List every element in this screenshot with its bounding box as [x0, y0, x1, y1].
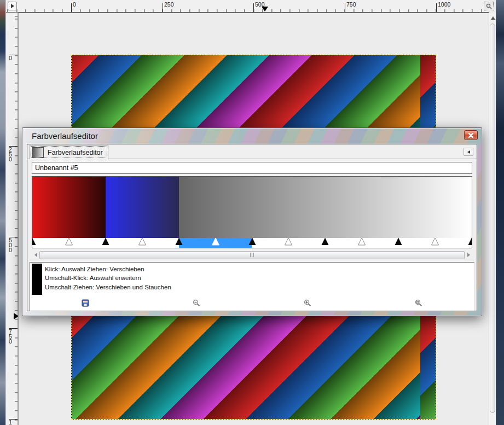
- save-button[interactable]: [80, 298, 91, 308]
- up-arrow-icon: [491, 16, 495, 20]
- zoom-out-icon: [193, 299, 200, 307]
- vertical-scrollbar-thumb[interactable]: [490, 24, 495, 413]
- zoom-fit-button[interactable]: [413, 298, 424, 308]
- segment-endpoint-marker[interactable]: [321, 238, 329, 248]
- main-vertical-scrollbar[interactable]: [489, 13, 496, 425]
- segment-scrollbar-thumb[interactable]: [39, 251, 465, 259]
- magnifier-icon: [486, 3, 492, 9]
- segment-midpoint-marker[interactable]: [211, 238, 219, 248]
- segment-midpoint-marker[interactable]: [431, 238, 439, 248]
- scroll-left-button[interactable]: [32, 251, 39, 259]
- left-arrow-icon: [34, 253, 37, 257]
- foreground-color-swatch: [32, 264, 42, 295]
- segment-endpoint-marker[interactable]: [175, 238, 183, 248]
- scroll-up-button[interactable]: [489, 14, 496, 22]
- dialog-content: Farbverlaufseditor Unbenannt #5: [27, 144, 477, 311]
- hint-line: Klick: Auswahl Ziehen: Verschieben: [45, 265, 171, 273]
- tab-bar: Farbverlaufseditor: [27, 144, 477, 159]
- segment-endpoint-marker[interactable]: [101, 238, 109, 248]
- gradient-preview[interactable]: [32, 177, 472, 238]
- zoom-fit-icon: [415, 299, 422, 307]
- segment-midpoint-marker[interactable]: [138, 238, 146, 248]
- close-icon: [468, 133, 473, 138]
- right-arrow-icon: [467, 253, 470, 257]
- left-arrow-icon: [467, 150, 470, 154]
- horizontal-ruler[interactable]: 02505007501000: [6, 0, 489, 13]
- hint-panel: Klick: Auswahl Ziehen: VerschiebenUmscha…: [30, 262, 474, 311]
- zoom-in-button[interactable]: [302, 298, 313, 308]
- segment-scrollbar: [32, 251, 472, 259]
- zoom-follow-window-button[interactable]: [484, 2, 494, 10]
- image-menu-button[interactable]: [8, 2, 17, 10]
- vertical-ruler[interactable]: 02505007501000: [6, 13, 18, 425]
- gradient-stops-row[interactable]: [32, 238, 472, 248]
- background-window-left: [0, 0, 6, 425]
- segment-endpoint-marker[interactable]: [32, 238, 37, 248]
- background-window-right: [496, 0, 504, 425]
- segment-endpoint-marker[interactable]: [248, 238, 256, 248]
- save-icon: [82, 299, 89, 307]
- segment-midpoint-marker[interactable]: [65, 238, 73, 248]
- vertical-ruler-ticks: [15, 13, 18, 425]
- zoom-in-icon: [304, 299, 311, 307]
- gradient-widget: [32, 176, 472, 248]
- gradient-name-input[interactable]: Unbenannt #5: [32, 162, 472, 174]
- horizontal-ruler-ticks: [6, 9, 489, 12]
- tab-label: Farbverlaufseditor: [48, 149, 103, 156]
- dialog-title: Farbverlaufseditor: [32, 131, 98, 141]
- zoom-out-button[interactable]: [191, 298, 202, 308]
- hint-line: Umschalt-Klick: Auswahl erweitern: [45, 273, 171, 282]
- gradient-icon: [32, 147, 44, 158]
- close-button[interactable]: [464, 130, 478, 140]
- tab-gradient-editor[interactable]: Farbverlaufseditor: [30, 145, 108, 159]
- hint-line: Umschalt-Ziehen: Verschieben und Stauche…: [45, 283, 171, 292]
- tab-menu-button[interactable]: [464, 148, 473, 156]
- play-icon: [11, 4, 14, 8]
- gradient-editor-dialog: Farbverlaufseditor Farbverlaufseditor Un…: [22, 127, 482, 316]
- segment-endpoint-marker[interactable]: [395, 238, 403, 248]
- hint-text: Klick: Auswahl Ziehen: VerschiebenUmscha…: [45, 265, 171, 292]
- segment-endpoint-marker[interactable]: [468, 238, 472, 248]
- segment-midpoint-marker[interactable]: [285, 238, 293, 248]
- scroll-right-button[interactable]: [465, 251, 472, 259]
- editor-toolbar: [30, 297, 474, 309]
- pointer-position-marker-horizontal: [262, 7, 268, 11]
- segment-midpoint-marker[interactable]: [358, 238, 366, 248]
